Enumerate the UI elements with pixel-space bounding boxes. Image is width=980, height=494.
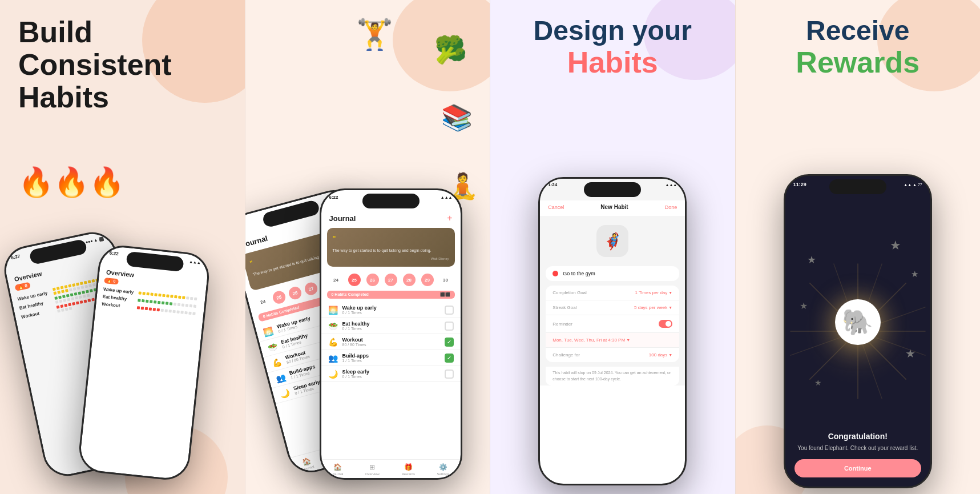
phone-screen-nh: 1:24 ▲▲▲ Cancel New Habit Done 🦸 Go — [540, 179, 685, 484]
nh-title: New Habit — [600, 204, 628, 210]
rewards-headline: Receive Rewards — [736, 16, 981, 79]
week-nav-main: 24 25 26 27 28 29 30 — [321, 271, 461, 288]
books-emoji: 📚 — [441, 103, 473, 132]
nh-field-reminder: Reminder — [546, 315, 679, 333]
headline-line2: Consistent — [18, 49, 172, 81]
continue-button[interactable]: Continue — [795, 459, 921, 477]
reward-status-icons: ▲▲ ▲ 77 — [904, 183, 922, 187]
nh-form-name: Go to the gym — [546, 266, 679, 281]
nh-field-challenge: Challenge for 100 days ▼ — [546, 348, 679, 362]
congrats-subtitle: You found Elephant. Check out your rewar… — [797, 444, 919, 452]
design-line2: Habits — [490, 46, 735, 79]
elephant-container: 🐘 — [835, 299, 881, 345]
bottom-nav-main: 🏠 Journal ⊞ Overview 🎁 Rewards ⚙️ Settin… — [321, 459, 461, 478]
phone-screen-front: 6:22 ▲▲▲ Overview 🔥 0 Wake up early — [79, 245, 209, 480]
phone-screen-rewards: 11:29 ▲▲ ▲ 77 — [785, 176, 930, 487]
broccoli-emoji: 🥦 — [434, 34, 467, 65]
nh-icon-area: 🦸 — [540, 216, 685, 266]
star-5: ★ — [814, 378, 822, 387]
star-3: ★ — [800, 300, 808, 311]
elephant-circle: 🐘 — [835, 299, 881, 345]
flames-emoji: 🔥🔥🔥 — [18, 166, 124, 199]
status-icons-front: ▲▲▲ — [189, 259, 201, 264]
rewards-line2: Rewards — [736, 46, 981, 79]
phone-new-habit: 1:24 ▲▲▲ Cancel New Habit Done 🦸 Go — [538, 177, 687, 485]
star-2: ★ — [890, 238, 901, 253]
rewards-line1: Receive — [736, 16, 981, 46]
reward-time: 11:29 — [793, 182, 806, 187]
quote-card-main: " The way to get started is to quit talk… — [327, 228, 455, 267]
design-headline: Design your Habits — [490, 16, 735, 79]
star-1: ★ — [807, 254, 816, 266]
panel-build-habits: Build Consistent Habits 🔥🔥🔥 6:27 ●●●▲⬛ O… — [0, 0, 245, 494]
nh-field-reminder-time: Mon, Tue, Wed, Thu, Fri at 4:30 PM ▼ — [546, 333, 679, 348]
weightlifter-emoji: 🏋️ — [356, 17, 393, 52]
design-line1: Design your — [490, 16, 735, 46]
nh-done[interactable]: Done — [665, 204, 677, 210]
nh-color-dot — [552, 271, 558, 276]
nh-form-goals: Completion Goal 1 Times per day ▼ Streak… — [546, 286, 679, 362]
journal-screen-main: Journal + " The way to get started is to… — [321, 190, 461, 382]
congrats-title: Congratulation! — [797, 432, 919, 441]
nh-toggle-reminder[interactable] — [659, 320, 672, 328]
star-4: ★ — [905, 347, 916, 360]
nh-field-streak: Streak Goal 5 days per week ▼ — [546, 300, 679, 315]
nh-cancel[interactable]: Cancel — [548, 204, 564, 210]
congrats-area: Congratulation! You found Elephant. Chec… — [785, 432, 930, 452]
main-headline: Build Consistent Habits — [18, 16, 172, 114]
headline-line1: Build — [18, 16, 172, 49]
phone-front: 6:22 ▲▲▲ Overview 🔥 0 Wake up early — [77, 243, 212, 482]
panel-journal: 🏋️ 🥦 📚 🧘 Journal + " The way to get star… — [245, 0, 490, 494]
rewards-screen: 11:29 ▲▲ ▲ 77 — [785, 176, 930, 487]
nh-habit-name[interactable]: Go to the gym — [563, 271, 672, 276]
fire-badge: 🔥 0 — [14, 282, 30, 291]
star-6: ★ — [911, 269, 918, 279]
nh-icon-circle[interactable]: 🦸 — [596, 225, 628, 257]
nh-field-name: Go to the gym — [546, 266, 679, 281]
fire-count: 🔥 0 — [104, 278, 119, 285]
nav-journal[interactable]: 🏠 Journal — [300, 456, 314, 471]
reward-status-bar: 11:29 ▲▲ ▲ 77 — [793, 182, 922, 187]
panel-rewards: Receive Rewards 11:29 ▲▲ ▲ 77 — [735, 0, 981, 494]
new-habit-screen: 1:24 ▲▲▲ Cancel New Habit Done 🦸 Go — [540, 179, 685, 385]
nh-subtext: This habit will stop on 09 Jul 2024. You… — [546, 367, 679, 385]
panel-design: Design your Habits 1:24 ▲▲▲ Cancel New H… — [490, 0, 735, 494]
headline-line3: Habits — [18, 81, 172, 114]
status-time-front: 6:22 — [109, 251, 119, 257]
phone-rewards: 11:29 ▲▲ ▲ 77 — [784, 174, 932, 488]
phone-screen-main-j: 6:22 ▲▲▲ Journal + " The way to get star… — [321, 190, 461, 478]
nh-field-completion: Completion Goal 1 Times per day ▼ — [546, 286, 679, 300]
nh-header: Cancel New Habit Done — [540, 200, 685, 216]
phone-main-journal: 6:22 ▲▲▲ Journal + " The way to get star… — [320, 188, 462, 480]
